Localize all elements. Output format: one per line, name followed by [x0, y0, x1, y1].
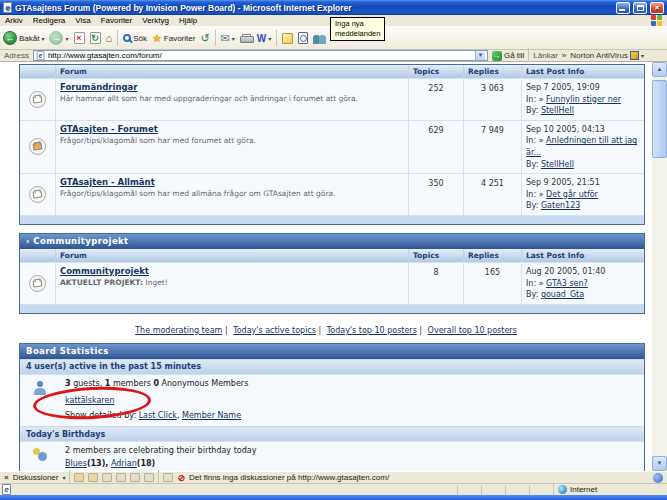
- address-label: Adress: [4, 51, 29, 60]
- favorites-button[interactable]: ★ Favoriter: [152, 29, 195, 47]
- last-poster-link[interactable]: StellHell: [541, 160, 574, 169]
- address-input[interactable]: e http://www.gtasajten.com/forum/ ▼: [33, 50, 488, 61]
- refresh-button[interactable]: ↻: [90, 32, 101, 44]
- norton-dropdown-icon[interactable]: ▾: [641, 52, 644, 59]
- online-user-link[interactable]: kattälskaren: [65, 396, 114, 405]
- forum-status-icon: [29, 186, 46, 203]
- last-topic-link[interactable]: GTA3 sen?: [546, 279, 588, 288]
- active-users-header: 4 user(s) active in the past 15 minutes: [20, 359, 644, 374]
- discussion-tool-icon[interactable]: [163, 473, 173, 482]
- messenger-button[interactable]: [282, 33, 293, 44]
- discussion-tool-icon[interactable]: [74, 473, 84, 482]
- active-topics-link[interactable]: Today's active topics: [233, 326, 316, 335]
- forum-link[interactable]: Forumändringar: [60, 82, 137, 92]
- scroll-up-button[interactable]: ▲: [652, 62, 667, 77]
- discussions-menu-button[interactable]: Diskussioner: [13, 473, 59, 482]
- menu-arkiv[interactable]: Arkiv: [5, 16, 23, 25]
- last-poster-link[interactable]: gouad_Gta: [541, 290, 584, 299]
- close-discussion-bar-button[interactable]: ×: [4, 473, 9, 482]
- back-dropdown-icon[interactable]: ▾: [41, 35, 44, 42]
- mail-icon: ✉: [221, 30, 230, 46]
- scroll-thumb[interactable]: [652, 80, 667, 158]
- back-button[interactable]: ← Bakåt ▾: [3, 31, 44, 45]
- tooltip-line2: meddelanden: [335, 29, 380, 39]
- menu-visa[interactable]: Visa: [75, 16, 90, 25]
- forum-row: Forumändringar Här hamnar allt som har m…: [20, 78, 644, 120]
- menu-verktyg[interactable]: Verktyg: [142, 16, 169, 25]
- sort-member-name-link[interactable]: Member Name: [182, 411, 241, 420]
- sort-last-click-link[interactable]: Last Click: [139, 411, 177, 420]
- forum-link[interactable]: GTAsajten - Forumet: [60, 124, 158, 134]
- menu-redigera[interactable]: Redigera: [33, 16, 65, 25]
- go-button[interactable]: → Gå till: [492, 51, 524, 61]
- contacts-button[interactable]: [313, 33, 326, 44]
- stop-button[interactable]: ×: [74, 32, 85, 44]
- top10-overall-link[interactable]: Overall top 10 posters: [428, 326, 517, 335]
- no-discussions-icon: ⊘: [177, 473, 185, 483]
- window-title: GTAsajtens Forum (Powered by Invision Po…: [15, 3, 613, 13]
- search-button[interactable]: Sök: [123, 34, 147, 43]
- top10-today-link[interactable]: Today's top 10 posters: [327, 326, 417, 335]
- mail-dropdown-icon[interactable]: ▾: [232, 35, 235, 42]
- edit-word-button[interactable]: W ▾: [257, 33, 271, 44]
- in-label: In: »: [526, 279, 544, 288]
- address-bar: Adress e http://www.gtasajten.com/forum/…: [0, 50, 667, 62]
- toolbar-separator: [117, 30, 118, 46]
- page-icon: e: [37, 51, 45, 60]
- discussion-tool-icon[interactable]: [144, 473, 154, 482]
- status-panel: [505, 485, 529, 495]
- replies-count: 4 251: [464, 173, 522, 215]
- history-button[interactable]: ↺: [200, 29, 209, 47]
- norton-label: Norton AntiVirus: [570, 51, 628, 60]
- guests-count: 3: [65, 379, 71, 388]
- address-dropdown-icon[interactable]: ▼: [475, 51, 485, 60]
- links-chevron-icon[interactable]: »: [562, 51, 566, 60]
- in-label: In: »: [526, 190, 544, 199]
- vertical-scrollbar[interactable]: ▲ ▼: [652, 62, 667, 471]
- community-table-header: Forum Topics Replies Last Post Info: [20, 249, 644, 262]
- print-button[interactable]: [240, 34, 252, 43]
- last-topic-link[interactable]: Funnylin stiger ner: [546, 95, 621, 104]
- forum-status-icon-new: [29, 138, 46, 155]
- links-label[interactable]: Länkar: [533, 51, 557, 60]
- restore-button[interactable]: [633, 2, 647, 14]
- norton-antivirus-button[interactable]: Norton AntiVirus ▾: [570, 51, 644, 60]
- minimize-button[interactable]: [616, 2, 630, 14]
- forum-status-icon: [29, 275, 46, 292]
- last-post-date: Sep 7 2005, 19:09: [526, 83, 600, 92]
- last-topic-link[interactable]: Det går utför: [546, 190, 598, 199]
- show-detailed-line: Show detailed by: Last Click, Member Nam…: [65, 410, 639, 423]
- column-replies: Replies: [464, 65, 522, 78]
- menu-favoriter[interactable]: Favoriter: [101, 16, 133, 25]
- messenger-presence-icon[interactable]: [653, 473, 663, 483]
- member-icon: [33, 381, 47, 395]
- favorites-star-icon: ★: [152, 29, 162, 47]
- forward-dropdown-icon[interactable]: ▾: [65, 35, 68, 42]
- mail-button[interactable]: ✉ ▾: [221, 30, 235, 46]
- discussion-tool-icon[interactable]: [88, 473, 98, 482]
- address-url: http://www.gtasajten.com/forum/: [48, 51, 162, 60]
- discussion-tool-icon[interactable]: [130, 473, 140, 482]
- birthday-member-link[interactable]: Adrian: [111, 459, 137, 468]
- edit-dropdown-icon[interactable]: ▾: [268, 35, 271, 42]
- forward-button[interactable]: → ▾: [49, 31, 68, 45]
- close-button[interactable]: ×: [650, 2, 664, 14]
- discussion-tool-icon[interactable]: [116, 473, 126, 482]
- forum-link[interactable]: Communityprojekt: [60, 266, 149, 276]
- moderating-team-link[interactable]: The moderating team: [135, 326, 222, 335]
- home-button[interactable]: ⌂: [106, 28, 113, 48]
- active-users-summary: 3 guests, 1 members 0 Anonymous Members: [65, 378, 639, 391]
- birthdays-header: Today's Birthdays: [20, 426, 644, 441]
- discussion-tool-icon[interactable]: [102, 473, 112, 482]
- discussions-dropdown-icon[interactable]: ▾: [62, 474, 65, 481]
- last-poster-link[interactable]: StellHell: [541, 106, 574, 115]
- menu-hjalp[interactable]: Hjälp: [179, 16, 197, 25]
- link-separator: |: [318, 326, 321, 335]
- forum-link[interactable]: GTAsajten - Allmänt: [60, 177, 155, 187]
- last-poster-link[interactable]: Gaten123: [541, 201, 581, 210]
- project-value: Inget!: [145, 278, 167, 287]
- birthday-member-link[interactable]: Blues: [65, 459, 87, 468]
- research-button[interactable]: [298, 32, 308, 44]
- replies-count: 7 949: [464, 120, 522, 173]
- scroll-down-button[interactable]: ▼: [652, 456, 667, 471]
